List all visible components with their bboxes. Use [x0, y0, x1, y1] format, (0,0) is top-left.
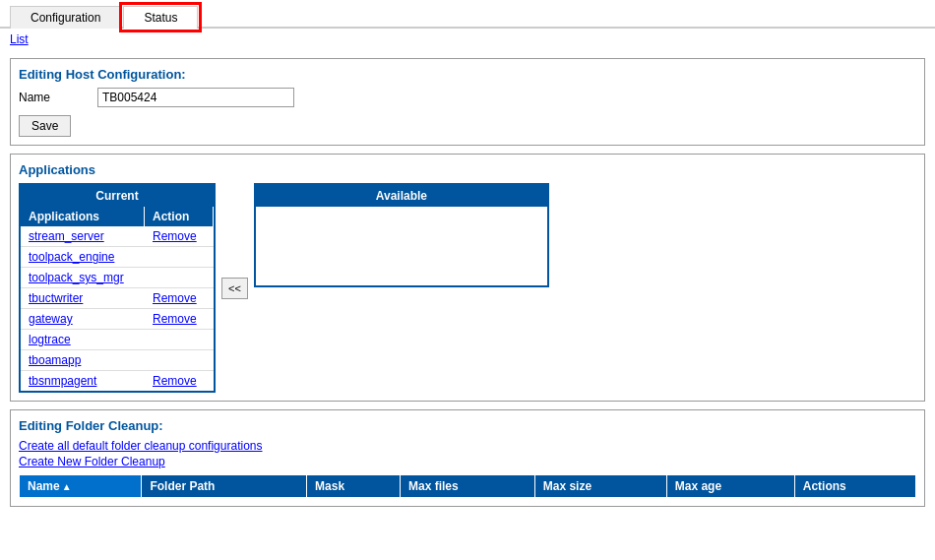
- folder-table: Name▲Folder PathMaskMax filesMax sizeMax…: [19, 474, 916, 498]
- list-link[interactable]: List: [0, 29, 935, 50]
- folder-cleanup-section: Editing Folder Cleanup: Create all defau…: [10, 409, 925, 507]
- app-action-link: [145, 337, 214, 342]
- folder-col-max-size[interactable]: Max size: [534, 475, 666, 498]
- create-default-link[interactable]: Create all default folder cleanup config…: [19, 439, 916, 453]
- folder-col-max-files[interactable]: Max files: [401, 475, 535, 498]
- host-config-section: Editing Host Configuration: Name Save: [10, 58, 925, 146]
- table-row: logtrace: [21, 330, 214, 350]
- table-row: toolpack_engine: [21, 247, 214, 268]
- tab-configuration[interactable]: Configuration: [10, 6, 121, 29]
- folder-col-header-row: Name▲Folder PathMaskMax filesMax sizeMax…: [20, 475, 916, 498]
- app-name-link[interactable]: stream_server: [21, 226, 145, 246]
- folder-links: Create all default folder cleanup config…: [19, 439, 916, 468]
- save-button[interactable]: Save: [19, 115, 71, 137]
- table-row: stream_serverRemove: [21, 226, 214, 247]
- app-name-link[interactable]: toolpack_sys_mgr: [21, 268, 145, 287]
- name-label: Name: [19, 91, 97, 104]
- table-row: gatewayRemove: [21, 309, 214, 330]
- col-header-applications: Applications: [21, 207, 145, 226]
- sort-arrow-icon: ▲: [62, 481, 72, 492]
- table-row: tbuctwriterRemove: [21, 288, 214, 309]
- table-row: toolpack_sys_mgr: [21, 268, 214, 288]
- app-name-link[interactable]: gateway: [21, 309, 145, 329]
- page-wrapper: Configuration Status List Editing Host C…: [0, 0, 935, 560]
- app-action-link[interactable]: Remove: [145, 309, 214, 329]
- available-list[interactable]: [256, 207, 547, 285]
- col-headers: Applications Action: [21, 207, 214, 226]
- table-row: tbsnmpagentRemove: [21, 371, 214, 391]
- app-action-link: [145, 275, 214, 280]
- applications-title: Applications: [19, 162, 916, 177]
- current-table: Current Applications Action stream_serve…: [19, 183, 216, 393]
- name-input[interactable]: [97, 88, 294, 107]
- current-header: Current: [21, 185, 214, 207]
- folder-col-folder-path[interactable]: Folder Path: [142, 475, 307, 498]
- applications-section: Applications Current Applications Action…: [10, 154, 925, 402]
- host-config-title: Editing Host Configuration:: [19, 67, 916, 82]
- applications-inner: Current Applications Action stream_serve…: [19, 183, 916, 393]
- app-name-link[interactable]: logtrace: [21, 330, 145, 349]
- app-action-link[interactable]: Remove: [145, 226, 214, 246]
- folder-col-max-age[interactable]: Max age: [666, 475, 794, 498]
- folder-col-actions[interactable]: Actions: [794, 475, 915, 498]
- host-config-name-row: Name: [19, 88, 916, 107]
- app-name-link[interactable]: tbsnmpagent: [21, 371, 145, 391]
- col-header-action: Action: [145, 207, 214, 226]
- folder-cleanup-title: Editing Folder Cleanup:: [19, 418, 916, 433]
- app-action-link: [145, 254, 214, 260]
- tab-status[interactable]: Status: [123, 6, 198, 29]
- folder-col-mask[interactable]: Mask: [307, 475, 401, 498]
- app-name-link[interactable]: toolpack_engine: [21, 247, 145, 267]
- folder-col-name[interactable]: Name▲: [20, 475, 142, 498]
- app-action-link: [145, 357, 214, 363]
- tabs-bar: Configuration Status: [0, 0, 935, 29]
- create-new-link[interactable]: Create New Folder Cleanup: [19, 455, 916, 468]
- app-name-link[interactable]: tboamapp: [21, 350, 145, 370]
- app-name-link[interactable]: tbuctwriter: [21, 288, 145, 308]
- app-rows-container: stream_serverRemovetoolpack_enginetoolpa…: [21, 226, 214, 391]
- app-action-link[interactable]: Remove: [145, 288, 214, 308]
- move-left-button[interactable]: <<: [221, 278, 248, 299]
- app-action-link[interactable]: Remove: [145, 371, 214, 391]
- available-header: Available: [256, 185, 547, 207]
- available-box: Available: [254, 183, 549, 287]
- table-row: tboamapp: [21, 350, 214, 371]
